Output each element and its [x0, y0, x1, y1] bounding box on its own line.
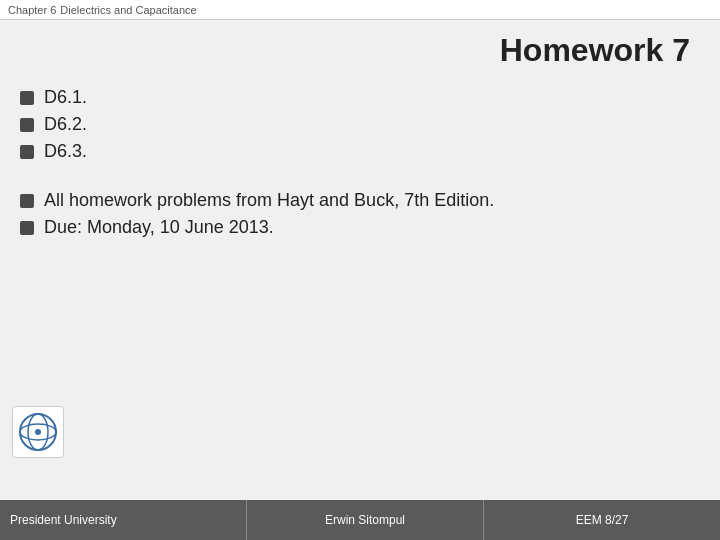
header-subtitle: Dielectrics and Capacitance [60, 4, 196, 16]
university-logo [12, 406, 64, 458]
list-item: D6.2. [20, 114, 690, 135]
list-item-label: D6.1. [44, 87, 87, 108]
svg-point-3 [35, 429, 41, 435]
list-item: D6.1. [20, 87, 690, 108]
footer-right-text: EEM 8/27 [576, 513, 629, 527]
footer: President University Erwin Sitompul EEM … [0, 500, 720, 540]
homework-list: D6.1. D6.2. D6.3. [20, 87, 690, 162]
note-label: All homework problems from Hayt and Buck… [44, 190, 494, 211]
page-title: Homework 7 [20, 32, 690, 69]
note-item: Due: Monday, 10 June 2013. [20, 217, 690, 238]
footer-left-text: President University [10, 513, 117, 527]
bullet-icon [20, 194, 34, 208]
footer-right: EEM 8/27 [484, 500, 720, 540]
bullet-icon [20, 221, 34, 235]
logo-svg [18, 412, 58, 452]
footer-left: President University [0, 500, 246, 540]
list-item-label: D6.3. [44, 141, 87, 162]
bullet-icon [20, 145, 34, 159]
notes-section: All homework problems from Hayt and Buck… [20, 190, 690, 238]
footer-center-text: Erwin Sitompul [325, 513, 405, 527]
bullet-icon [20, 118, 34, 132]
main-content: Homework 7 D6.1. D6.2. D6.3. All homewor… [0, 20, 720, 500]
header-bar: Chapter 6 Dielectrics and Capacitance [0, 0, 720, 20]
list-item: D6.3. [20, 141, 690, 162]
footer-center: Erwin Sitompul [247, 500, 483, 540]
note-label: Due: Monday, 10 June 2013. [44, 217, 274, 238]
bullet-icon [20, 91, 34, 105]
note-item: All homework problems from Hayt and Buck… [20, 190, 690, 211]
header-chapter: Chapter 6 [8, 4, 56, 16]
list-item-label: D6.2. [44, 114, 87, 135]
